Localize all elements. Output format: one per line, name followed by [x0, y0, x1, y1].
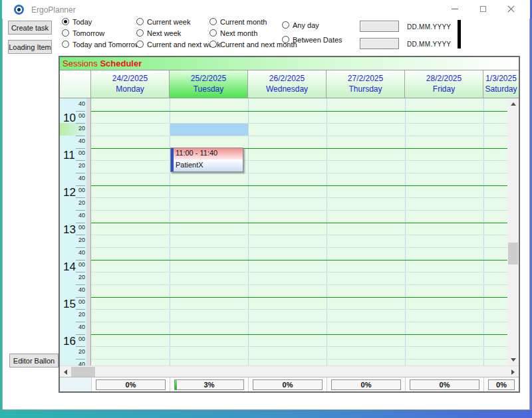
time-label-minute: 20 [60, 162, 85, 169]
vertical-scrollbar[interactable] [507, 98, 519, 366]
load-bar-monday: 0% [96, 379, 166, 390]
editor-ballon-button[interactable]: Editor Ballon [9, 354, 59, 367]
gutter-tick [76, 260, 85, 261]
load-cell-monday: 0% [91, 377, 170, 391]
load-bar-label: 0% [96, 381, 165, 389]
gutter-tick [76, 309, 85, 310]
radio-option-any-day[interactable]: Any day [282, 21, 319, 29]
create-task-button[interactable]: Create task [8, 21, 52, 35]
radio-option-today-and-tomorrow[interactable]: Today and Tomorrow [62, 40, 140, 49]
gutter-tick [76, 272, 85, 272]
radio-icon [62, 29, 69, 37]
gutter-tick [76, 334, 85, 335]
radio-option-next-week[interactable]: Next week [136, 29, 181, 37]
radio-label: Next week [147, 29, 181, 37]
radio-option-current-week[interactable]: Current week [136, 17, 190, 26]
radio-option-tomorrow[interactable]: Tomorrow [62, 29, 104, 37]
time-label-minute: 20 [60, 311, 85, 318]
day-header-name: Saturday [483, 84, 519, 94]
day-header-name: Wednesday [248, 84, 326, 94]
day-header-name: Friday [405, 84, 483, 94]
radio-label: Today and Tomorrow [72, 41, 140, 49]
day-header-friday: 28/2/2025Friday [405, 70, 483, 98]
scheduler-panel: Sessions Scheduler 24/2/2025Monday25/2/2… [59, 56, 520, 393]
day-header-date: 1/3/2025 [483, 73, 519, 84]
day-header-tuesday: 25/2/2025Tuesday [170, 70, 248, 98]
gutter-tick [76, 322, 85, 322]
gutter-tick [76, 197, 85, 198]
date-from-input[interactable] [360, 21, 399, 32]
scroll-up-arrow[interactable] [507, 98, 519, 110]
selected-cell[interactable] [170, 124, 248, 136]
minor-line [91, 309, 507, 310]
gutter-separator [86, 98, 91, 366]
column-divider [170, 98, 170, 366]
radio-icon [209, 18, 217, 25]
day-header-saturday: 1/3/2025Saturday [483, 70, 519, 98]
gutter-tick [76, 160, 85, 161]
vertical-scroll-thumb[interactable] [508, 243, 518, 264]
horizontal-scrollbar[interactable] [60, 366, 519, 377]
radio-option-next-month[interactable]: Next month [209, 29, 257, 37]
day-header-date: 26/2/2025 [248, 73, 326, 84]
minimize-button[interactable] [441, 0, 469, 17]
load-bar-thursday: 0% [331, 379, 401, 390]
radio-option-current-month[interactable]: Current month [209, 17, 267, 26]
loading-item-button[interactable]: Loading Item [8, 40, 52, 54]
time-label-minute: 00 [60, 112, 85, 119]
time-label-minute: 00 [60, 224, 85, 231]
separator-bar [458, 20, 461, 49]
load-row-spacer [60, 377, 91, 391]
day-header-date: 28/2/2025 [405, 73, 483, 84]
day-header-monday: 24/2/2025Monday [91, 70, 170, 98]
time-label-minute: 20 [60, 274, 85, 280]
window-title: ErgoPlanner [31, 5, 76, 15]
gutter-tick [76, 136, 85, 136]
right-arrow-icon [511, 369, 515, 375]
minor-line [91, 346, 507, 347]
minor-line [91, 359, 507, 360]
day-header-row: 24/2/2025Monday25/2/2025Tuesday26/2/2025… [60, 70, 519, 98]
gutter-tick [76, 185, 85, 186]
down-arrow-icon [511, 358, 516, 362]
gutter-tick [76, 148, 85, 149]
radio-option-between-dates[interactable]: Between Dates [282, 35, 342, 44]
radio-option-current-and-next-week[interactable]: Current and next week [136, 40, 221, 49]
scroll-down-arrow[interactable] [507, 354, 519, 366]
time-label-minute: 20 [60, 199, 85, 206]
radio-option-today[interactable]: Today [62, 17, 92, 26]
day-header-date: 27/2/2025 [327, 73, 404, 84]
day-header-name: Thursday [327, 84, 404, 94]
appointment[interactable]: 11:00 - 11:40PatientX [170, 148, 243, 172]
gutter-tick [76, 359, 85, 360]
radio-icon [136, 41, 144, 48]
scroll-right-arrow[interactable] [507, 366, 519, 377]
radio-icon [136, 18, 144, 25]
horizontal-scroll-thumb[interactable] [71, 367, 95, 377]
hour-line [91, 148, 507, 149]
gutter-tick [76, 111, 85, 112]
load-cell-wednesday: 0% [248, 377, 327, 391]
maximize-button[interactable] [469, 0, 497, 17]
calendar-grid[interactable]: 4010002040110020401200204013002040140020… [60, 98, 519, 366]
time-label-minute: 20 [60, 125, 85, 132]
time-label-minute: 00 [60, 150, 85, 156]
radio-icon [136, 29, 144, 37]
radio-label: Current week [147, 18, 190, 26]
date-to-input[interactable] [360, 38, 399, 49]
radio-label: Today [72, 18, 92, 26]
close-button[interactable] [497, 0, 525, 17]
left-arrow-icon [64, 369, 67, 375]
scroll-left-arrow[interactable] [60, 366, 71, 377]
gutter-tick [76, 247, 85, 248]
minor-line [91, 284, 507, 285]
hour-line [91, 111, 507, 112]
hour-line [91, 260, 507, 261]
load-bar-tuesday: 3% [174, 379, 244, 390]
minor-line [91, 123, 507, 124]
radio-label: Current month [220, 18, 267, 26]
scheduler-title-bold: Scheduler [100, 58, 142, 68]
radio-icon [209, 29, 217, 37]
time-label-minute: 00 [60, 298, 85, 305]
minor-line [91, 235, 507, 235]
